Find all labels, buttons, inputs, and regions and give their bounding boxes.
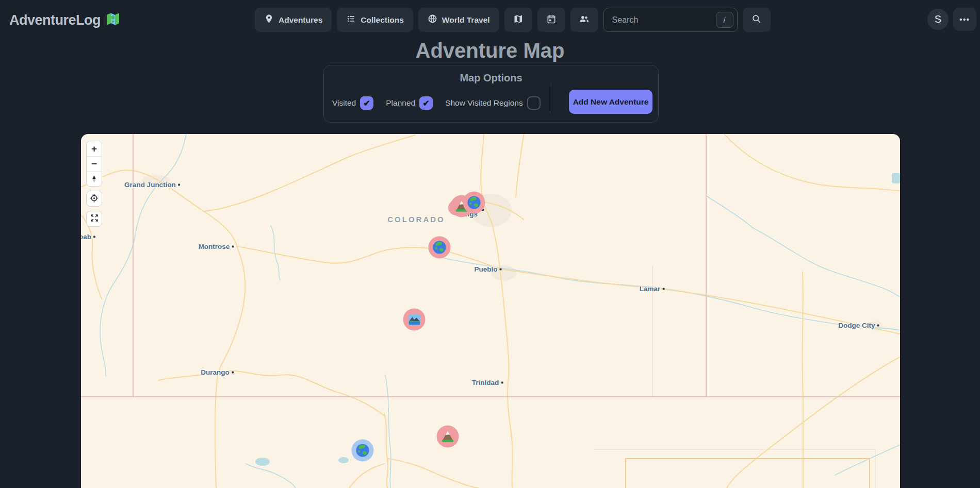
nav-world-travel-button[interactable]: World Travel bbox=[418, 8, 499, 32]
avatar[interactable]: S bbox=[927, 9, 949, 30]
map-basemap bbox=[81, 134, 900, 488]
adventure-marker-park-visited[interactable] bbox=[403, 309, 426, 331]
nav-right: S ••• bbox=[927, 8, 976, 31]
navbar: AdventureLog Adventures Collections bbox=[0, 0, 980, 39]
search-shortcut-badge: / bbox=[716, 12, 733, 28]
fullscreen-icon bbox=[90, 213, 99, 224]
map-options-title: Map Options bbox=[324, 72, 658, 84]
locate-button[interactable] bbox=[86, 191, 102, 207]
search-button[interactable] bbox=[743, 8, 771, 32]
toggle-visited: Visited✔ bbox=[332, 96, 373, 110]
compass-icon: ▲▼ bbox=[91, 175, 97, 182]
nav-collections-label: Collections bbox=[361, 15, 404, 25]
adventure-marker-mountain-visited[interactable] bbox=[437, 426, 459, 448]
map-icon bbox=[513, 14, 524, 26]
toggle-label: Planned bbox=[386, 98, 415, 108]
locate-icon bbox=[89, 193, 99, 205]
zoom-in-button[interactable]: + bbox=[87, 141, 102, 156]
compass-button[interactable]: ▲▼ bbox=[87, 171, 102, 186]
adventure-marker-globe-visited[interactable] bbox=[429, 237, 451, 259]
city-label-trinidad: Trinidad bbox=[472, 379, 503, 386]
city-dot bbox=[877, 324, 879, 326]
zoom-out-button[interactable]: − bbox=[87, 156, 102, 171]
map-controls: + − ▲▼ bbox=[86, 141, 102, 227]
overflow-menu-button[interactable]: ••• bbox=[953, 8, 976, 31]
toggle-planned: Planned✔ bbox=[386, 96, 433, 110]
city-dot bbox=[178, 183, 180, 186]
city-label-lamar: Lamar bbox=[640, 285, 665, 293]
calendar-icon bbox=[546, 14, 557, 26]
nav-collections-button[interactable]: Collections bbox=[337, 8, 413, 32]
state-label-colorado: COLORADO bbox=[387, 215, 445, 224]
city-label-pueblo: Pueblo bbox=[474, 265, 501, 273]
search-icon bbox=[752, 14, 761, 26]
city-label-dodge-city: Dodge City bbox=[838, 322, 879, 329]
checkbox-visited[interactable]: ✔ bbox=[360, 96, 373, 110]
adventure-marker-globe-visited[interactable] bbox=[463, 192, 485, 214]
city-dot bbox=[501, 381, 503, 383]
app-logo[interactable]: AdventureLog bbox=[9, 11, 121, 29]
nav-users-button[interactable] bbox=[570, 8, 598, 32]
toggle-show-visited-regions: Show Visited Regions bbox=[445, 96, 541, 110]
city-label-montrose: Montrose bbox=[199, 243, 234, 250]
checkbox-planned[interactable]: ✔ bbox=[419, 96, 433, 110]
pin-icon bbox=[264, 14, 274, 26]
fullscreen-button[interactable] bbox=[86, 211, 102, 227]
list-icon bbox=[346, 14, 356, 26]
logo-map-icon bbox=[105, 11, 121, 29]
page-title: Adventure Map bbox=[0, 39, 980, 62]
nav-center: Adventures Collections World Travel bbox=[255, 8, 771, 32]
users-icon bbox=[579, 13, 590, 26]
checkbox-show-visited-regions[interactable] bbox=[527, 96, 541, 110]
nav-adventures-button[interactable]: Adventures bbox=[255, 8, 332, 32]
map-options-toggles: Visited✔Planned✔Show Visited Regions bbox=[332, 96, 549, 110]
city-dot bbox=[500, 268, 502, 270]
options-divider bbox=[550, 83, 550, 113]
adventure-map[interactable]: Grand JunctionoabMontroseDurangoPuebloLa… bbox=[81, 134, 900, 488]
nav-adventures-label: Adventures bbox=[279, 15, 322, 25]
city-dot bbox=[232, 371, 234, 373]
zoom-control-group: + − ▲▼ bbox=[86, 141, 102, 187]
city-label-durango: Durango bbox=[201, 368, 234, 376]
globe-icon bbox=[428, 14, 437, 26]
adventure-marker-globe-planned[interactable] bbox=[352, 440, 374, 462]
nav-calendar-button[interactable] bbox=[537, 8, 565, 32]
city-label-oab: oab bbox=[81, 233, 95, 241]
add-new-adventure-button[interactable]: Add New Adventure bbox=[569, 90, 652, 114]
search-container: / bbox=[603, 8, 738, 32]
city-dot bbox=[662, 288, 664, 290]
city-label-grand-junction: Grand Junction bbox=[124, 181, 180, 189]
nav-world-travel-label: World Travel bbox=[442, 15, 490, 25]
toggle-label: Visited bbox=[332, 98, 356, 108]
city-dot bbox=[232, 245, 234, 247]
toggle-label: Show Visited Regions bbox=[445, 98, 523, 108]
city-dot bbox=[93, 235, 95, 238]
map-options-card: Map Options Visited✔Planned✔Show Visited… bbox=[323, 65, 659, 123]
nav-map-button[interactable] bbox=[504, 8, 532, 32]
app-title: AdventureLog bbox=[9, 12, 101, 28]
